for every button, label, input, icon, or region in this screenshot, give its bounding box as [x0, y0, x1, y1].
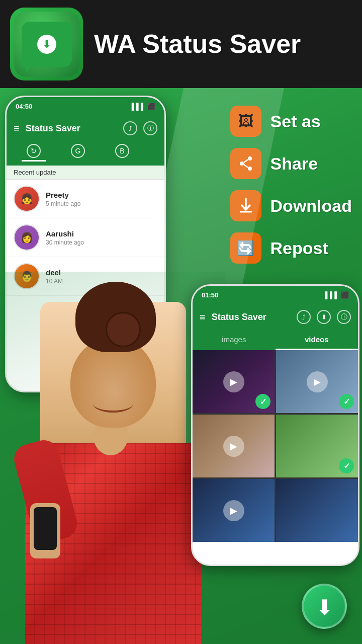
download-btn-right[interactable]: ⬇ [317, 310, 331, 324]
media-cell-5[interactable]: ▶ [193, 479, 275, 542]
play-btn-1[interactable]: ▶ [223, 371, 244, 392]
app-name-right: Status Saver [212, 312, 291, 323]
avatar-preety: 👧 [14, 186, 40, 212]
phone-mockup-right: 01:50 ▌▌▌ ⬛ ≡ Status Saver ⤴ ⬇ ⓘ images … [191, 284, 359, 566]
contact-name-aarushi: Aarushi [46, 229, 157, 238]
tab-b[interactable]: B [110, 141, 134, 162]
time-left: 04:50 [16, 103, 32, 110]
time-right: 01:50 [202, 291, 218, 299]
signal-right: ▌▌▌ ⬛ [325, 291, 349, 299]
app-title: WA Status Saver [94, 30, 301, 58]
check-badge-1: ✓ [255, 394, 270, 409]
toolbar-left: ≡ Status Saver ⤴ ⓘ [7, 115, 164, 141]
statusbar-right: 01:50 ▌▌▌ ⬛ [193, 286, 358, 304]
contact-time-aarushi: 30 minute ago [46, 239, 157, 246]
check-badge-4: ✓ [339, 458, 354, 473]
recent-update-bar: Recent update [7, 166, 164, 180]
info-btn-left[interactable]: ⓘ [143, 121, 157, 135]
contact-item[interactable]: 👩 Aarushi 30 minute ago [7, 218, 164, 257]
media-cell-6[interactable] [276, 479, 358, 542]
media-cell-3[interactable]: ▶ [193, 415, 275, 477]
check-badge-2: ✓ [339, 394, 354, 409]
tab-icon-2: G [71, 144, 85, 158]
download-label: Download [270, 196, 352, 216]
tab-icon-1: ↻ [27, 144, 41, 158]
info-btn-right[interactable]: ⓘ [337, 310, 351, 324]
statusbar-left: 04:50 ▌▌▌ ⬛ [7, 97, 164, 115]
tab-icon-3: B [115, 144, 129, 158]
recent-label: Recent update [14, 169, 56, 176]
play-btn-2[interactable]: ▶ [307, 371, 328, 392]
held-phone [34, 507, 57, 550]
fab-arrow-icon: ⬇ [316, 595, 333, 620]
media-cell-4[interactable]: ✓ [276, 415, 358, 477]
repost-label: Repost [270, 238, 328, 258]
contact-time-preety: 5 minute ago [46, 200, 157, 207]
tab-videos[interactable]: videos [276, 330, 358, 350]
smile [93, 395, 133, 413]
tabs-left: ↻ G B [7, 141, 164, 166]
fab-download-button[interactable]: ⬇ [302, 584, 347, 629]
tab-g[interactable]: G [66, 141, 90, 162]
share-btn-right[interactable]: ⤴ [297, 310, 311, 324]
signal-left: ▌▌▌ ⬛ [132, 103, 155, 110]
contact-name-preety: Preety [46, 191, 157, 199]
menu-icon-right: ≡ [200, 311, 206, 323]
avatar-aarushi: 👩 [14, 224, 40, 251]
woman-figure [15, 282, 206, 644]
main-area: 🖼 Set as Share Downl [0, 88, 362, 644]
media-cell-2[interactable]: ▶ ✓ [276, 350, 358, 413]
media-tabs: images videos [193, 330, 358, 350]
toolbar-right: ≡ Status Saver ⤴ ⬇ ⓘ [193, 304, 358, 330]
media-grid: ▶ ✓ ▶ ✓ ▶ ✓ ▶ [193, 350, 358, 542]
app-name-left: Status Saver [26, 123, 117, 134]
share-btn-left[interactable]: ⤴ [123, 121, 137, 135]
media-cell-1[interactable]: ▶ ✓ [193, 350, 275, 413]
play-btn-3[interactable]: ▶ [223, 436, 244, 457]
hand-phone [30, 503, 60, 558]
hair-bun [106, 312, 141, 347]
app-header: WA Status Saver [0, 0, 362, 88]
share-label: Share [270, 154, 318, 174]
contact-info-preety: Preety 5 minute ago [46, 191, 157, 207]
play-btn-5[interactable]: ▶ [223, 500, 244, 521]
contact-item[interactable]: 👧 Preety 5 minute ago [7, 180, 164, 218]
contact-info-aarushi: Aarushi 30 minute ago [46, 229, 157, 246]
app-icon [10, 8, 83, 80]
menu-icon-left: ≡ [14, 123, 20, 134]
tab-whatsapp[interactable]: ↻ [22, 141, 46, 162]
tab-images[interactable]: images [193, 330, 276, 350]
